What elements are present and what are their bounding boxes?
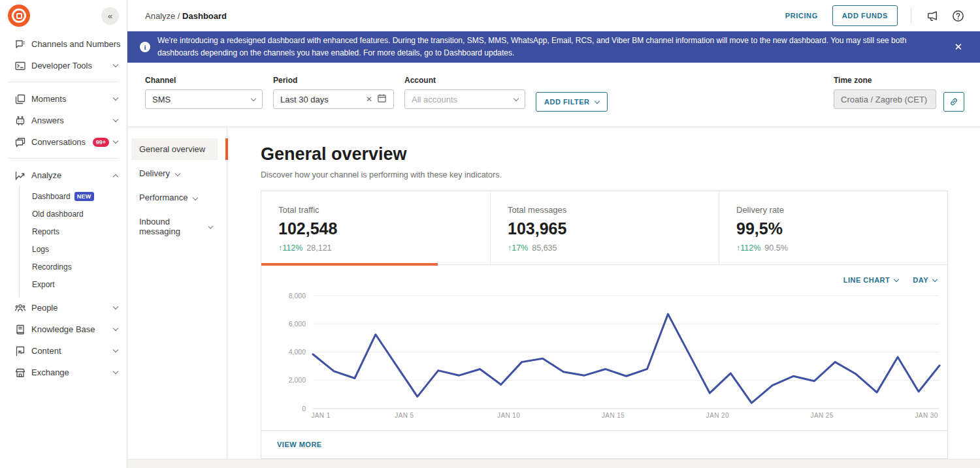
stat-value: 99,5% — [736, 219, 934, 238]
stat-previous-value: 85,635 — [532, 243, 557, 253]
terminal-icon — [14, 60, 26, 72]
main-column: Analyze / Dashboard PRICING ADD FUNDS i … — [127, 0, 980, 468]
chevron-up-icon — [113, 174, 118, 179]
sidebar-child-label: Logs — [32, 245, 49, 254]
sidebar-child-label: Reports — [32, 227, 59, 236]
add-filter-label: ADD FILTER — [544, 98, 590, 106]
chevron-down-icon — [251, 95, 256, 101]
topbar-divider — [911, 7, 911, 24]
infobip-logo[interactable] — [8, 5, 30, 27]
storefront-icon — [14, 367, 26, 379]
sidebar-item-reports[interactable]: Reports — [20, 223, 127, 240]
period-filter-group: Period Last 30 days ✕ — [273, 76, 394, 127]
sidebar-item-recordings[interactable]: Recordings — [20, 258, 127, 275]
sidebar-item-developer-tools[interactable]: Developer Tools — [0, 55, 127, 76]
chevron-down-icon — [113, 347, 118, 352]
channel-select[interactable]: SMS — [145, 89, 263, 109]
chart-controls: LINE CHART DAY — [843, 276, 937, 284]
chevron-down-icon — [594, 99, 599, 104]
view-more-button[interactable]: VIEW MORE — [277, 441, 322, 448]
svg-text:2,000: 2,000 — [289, 376, 306, 384]
chart-type-dropdown[interactable]: LINE CHART — [843, 276, 899, 284]
top-bar: Analyze / Dashboard PRICING ADD FUNDS — [127, 0, 980, 31]
announcement-banner: i We're introducing a redesigned dashboa… — [127, 31, 980, 63]
chevron-down-icon — [113, 138, 118, 144]
sidebar-item-label: Developer Tools — [31, 61, 92, 70]
sidebar-item-export[interactable]: Export — [20, 275, 127, 293]
sidebar-item-label: Moments — [31, 94, 66, 104]
stat-delta-up: ↑112% — [278, 243, 302, 253]
clear-period-icon[interactable]: ✕ — [361, 95, 377, 104]
period-value: Last 30 days — [280, 95, 329, 104]
calendar-icon[interactable] — [377, 93, 387, 105]
granularity-label: DAY — [913, 276, 928, 284]
help-button[interactable] — [950, 8, 966, 24]
sidebar-child-label: Export — [32, 280, 55, 289]
pricing-button[interactable]: PRICING — [780, 8, 823, 23]
sidebar-header: « — [0, 0, 127, 31]
sidebar-item-label: Analyze — [31, 170, 61, 180]
sidebar-item-label: People — [31, 303, 57, 313]
line-chart-icon — [14, 170, 26, 181]
sidebar-item-exchange[interactable]: Exchange — [0, 362, 127, 383]
copy-link-button[interactable] — [943, 92, 964, 112]
sidebar-item-label: Exchange — [31, 367, 69, 377]
sidebar-item-logs[interactable]: Logs — [20, 240, 127, 258]
sidebar-collapse-button[interactable]: « — [101, 7, 119, 25]
stat-total-traffic[interactable]: Total traffic 102,548 ↑112% 28,121 — [261, 191, 490, 264]
new-badge: NEW — [74, 192, 94, 201]
sidebar-item-answers[interactable]: Answers — [0, 110, 127, 131]
stat-delta-up: ↑17% — [508, 243, 528, 253]
add-filter-button[interactable]: ADD FILTER — [536, 92, 608, 112]
sidebar-item-knowledge-base[interactable]: Knowledge Base — [0, 319, 127, 340]
svg-text:JAN 20: JAN 20 — [706, 412, 729, 419]
account-select[interactable]: All accounts — [404, 89, 525, 109]
sidebar-item-analyze[interactable]: Analyze — [0, 164, 127, 186]
subnav-item-delivery[interactable]: Delivery — [131, 163, 218, 184]
period-select[interactable]: Last 30 days ✕ — [273, 89, 394, 109]
sidebar-item-dashboard[interactable]: Dashboard NEW — [20, 187, 127, 205]
sidebar-item-label: Channels and Numbers — [31, 39, 121, 49]
chevron-down-icon — [113, 117, 118, 122]
stat-delta-up: ↑112% — [736, 243, 760, 253]
banner-message: We're introducing a redesigned dashboard… — [157, 35, 935, 59]
stat-total-messages[interactable]: Total messages 103,965 ↑17% 85,635 — [490, 191, 719, 264]
question-mark-icon — [951, 9, 965, 23]
sidebar-item-moments[interactable]: Moments — [0, 88, 127, 110]
sidebar-child-label: Dashboard — [32, 192, 71, 201]
stat-delivery-rate[interactable]: Delivery rate 99,5% ↑112% 90.5% — [719, 191, 947, 264]
sidebar-item-channels-and-numbers[interactable]: Channels and Numbers — [0, 33, 127, 55]
chart-section: LINE CHART DAY 02,0004,0006,0008,000JAN … — [261, 265, 947, 430]
svg-text:JAN 25: JAN 25 — [811, 412, 834, 419]
info-icon: i — [140, 42, 150, 52]
sidebar-item-content[interactable]: Content — [0, 340, 127, 362]
sidebar-item-label: Answers — [31, 116, 64, 125]
granularity-dropdown[interactable]: DAY — [913, 276, 937, 284]
stat-delta-row: ↑17% 85,635 — [508, 243, 706, 253]
sidebar-item-old-dashboard[interactable]: Old dashboard — [20, 205, 127, 223]
sidebar-item-conversations[interactable]: Conversations 99+ — [0, 131, 127, 153]
subnav-label: Inbound messaging — [139, 217, 203, 236]
subnav-item-general-overview[interactable]: General overview — [131, 138, 218, 160]
app-root: « Channels and Numbers Developer Tools M… — [0, 0, 980, 468]
stat-label: Delivery rate — [736, 205, 934, 215]
stat-previous-value: 28,121 — [306, 243, 331, 253]
breadcrumb-section[interactable]: Analyze — [145, 11, 175, 21]
svg-text:JAN 5: JAN 5 — [395, 412, 414, 419]
account-filter-group: Account All accounts — [404, 76, 525, 127]
conversations-icon — [14, 136, 26, 148]
svg-text:8,000: 8,000 — [289, 292, 306, 300]
chevron-down-icon — [113, 304, 118, 309]
chevron-down-icon — [113, 369, 118, 374]
subnav-item-inbound-messaging[interactable]: Inbound messaging — [131, 211, 218, 242]
analyze-submenu: Dashboard NEW Old dashboard Reports Logs… — [19, 186, 127, 297]
stat-delta-row: ↑112% 28,121 — [278, 243, 477, 253]
page-title: General overview — [261, 144, 948, 164]
announcements-button[interactable] — [924, 8, 941, 24]
sidebar-item-people[interactable]: People — [0, 297, 127, 319]
add-funds-button[interactable]: ADD FUNDS — [832, 5, 898, 26]
subnav-item-performance[interactable]: Performance — [131, 187, 218, 208]
stat-label: Total traffic — [278, 205, 477, 215]
banner-close-button[interactable]: ✕ — [949, 39, 968, 55]
chevron-down-icon — [932, 277, 938, 282]
